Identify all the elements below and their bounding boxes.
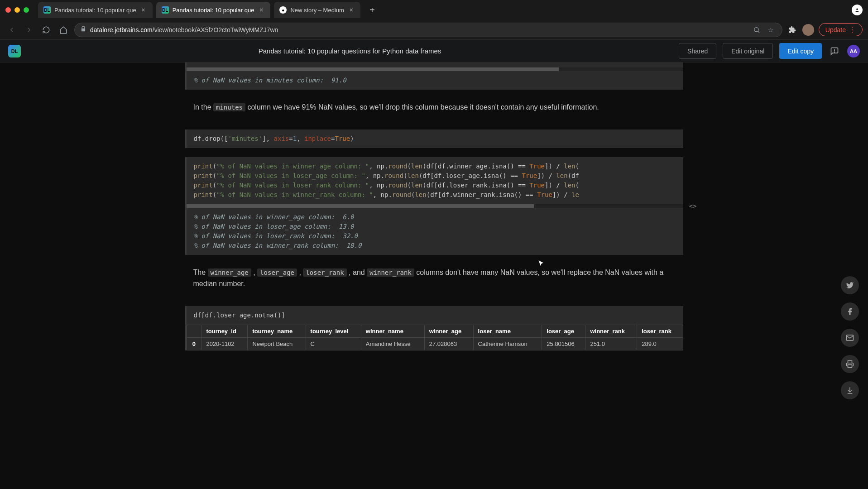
cell: 2020-1102 [201,337,248,350]
facebook-icon[interactable] [841,302,859,321]
column-header: loser_age [542,325,585,337]
notebook-title: Pandas tutorial: 10 popular questions fo… [27,47,672,55]
url-text: datalore.jetbrains.com/view/notebook/AX5… [90,26,748,34]
url-bar[interactable]: datalore.jetbrains.com/view/notebook/AX5… [74,23,782,37]
close-tab-icon[interactable]: × [348,6,355,14]
profile-avatar[interactable] [802,24,814,36]
search-icon[interactable] [751,24,762,35]
edit-copy-button[interactable]: Edit copy [779,43,822,59]
cell: Newport Beach [248,337,306,350]
tab-title: Pandas tutorial: 10 popular que [173,7,254,14]
output-block: % of NaN values in minutes column: 91.0 [187,71,683,90]
column-header: tourney_id [201,325,248,337]
cell-3: print("% of NaN values in winner_age col… [185,157,683,255]
column-header: tourney_level [306,325,361,337]
horizontal-scrollbar[interactable] [187,204,683,208]
browser-toolbar: datalore.jetbrains.com/view/notebook/AX5… [0,20,868,40]
datalore-icon: DL [43,6,51,14]
scrollbar-thumb[interactable] [187,204,534,208]
inline-code: loser_rank [303,268,346,277]
inline-code: loser_age [257,268,297,277]
lock-icon [80,26,86,34]
horizontal-scrollbar[interactable] [187,67,683,71]
maximize-window[interactable] [24,7,29,13]
text: , [251,268,257,276]
cell: 289.0 [637,337,683,350]
forward-button[interactable] [23,24,35,36]
insert-cell-icon[interactable]: <> [689,202,697,210]
tab-title: Pandas tutorial: 10 popular que [54,7,136,14]
close-tab-icon[interactable]: × [140,6,147,14]
cell-0: print("% of NaN values in minutes column… [185,62,683,90]
cell-5: df[df.loser_age.notna()] tourney_idtourn… [185,306,683,350]
datalore-icon: DL [162,6,169,14]
column-header: winner_age [424,325,473,337]
row-index: 0 [187,337,201,350]
share-sidebar [841,276,859,399]
medium-icon: ● [279,6,287,14]
column-header: loser_name [473,325,542,337]
cell: 25.801506 [542,337,585,350]
shared-button[interactable]: Shared [679,43,716,59]
text: , [297,268,303,276]
email-icon[interactable] [841,329,859,347]
menu-icon[interactable]: ⋮ [849,25,856,34]
cell-2: df.drop(['minutes'], axis=1, inplace=Tru… [185,129,683,148]
twitter-icon[interactable] [841,276,859,294]
dataframe-table: tourney_idtourney_nametourney_levelwinne… [187,325,683,350]
cell: Catherine Harrison [473,337,542,350]
output-block: % of NaN values in winner_age column: 6.… [187,208,683,255]
code-block[interactable]: print("% of NaN values in winner_age col… [187,157,683,204]
back-button[interactable] [5,24,18,36]
text: The [193,268,208,276]
notebook-scroll[interactable]: print("% of NaN values in minutes column… [0,62,868,489]
edit-original-button[interactable]: Edit original [723,43,773,59]
close-tab-icon[interactable]: × [258,6,265,14]
column-header: winner_name [361,325,424,337]
text: , and [347,268,367,276]
column-header: winner_rank [585,325,637,337]
datalore-logo[interactable]: DL [8,45,21,58]
markdown-cell: In the minutes column we have 91% NaN va… [185,99,683,116]
traffic-lights [5,7,29,13]
inline-code: winner_age [208,268,251,277]
code-block[interactable]: print("% of NaN values in minutes column… [187,62,683,67]
chrome-profile-button[interactable] [852,5,863,15]
scrollbar-thumb[interactable] [187,67,559,71]
text: column we have 91% NaN values, so we'll … [245,103,599,111]
notebook: print("% of NaN values in minutes column… [185,62,683,489]
code-block[interactable]: df.drop(['minutes'], axis=1, inplace=Tru… [187,129,683,148]
minimize-window[interactable] [14,7,20,13]
svg-point-0 [856,9,858,10]
svg-point-1 [754,27,758,31]
app-header: DL Pandas tutorial: 10 popular questions… [0,40,868,62]
cell: 27.028063 [424,337,473,350]
browser-tab-1[interactable]: DL Pandas tutorial: 10 popular que × [156,2,271,18]
text: In the [193,103,213,111]
cell: C [306,337,361,350]
close-window[interactable] [5,7,11,13]
svg-point-2 [834,52,835,52]
tab-title: New story – Medium [290,7,344,14]
code-block[interactable]: df[df.loser_age.notna()] [187,306,683,325]
cell: 251.0 [585,337,637,350]
update-label: Update [825,26,846,34]
new-tab-button[interactable]: + [366,4,379,16]
extensions-icon[interactable] [787,24,798,35]
window-titlebar: DL Pandas tutorial: 10 popular que × DL … [0,0,868,20]
feedback-icon[interactable] [828,45,841,58]
cell: Amandine Hesse [361,337,424,350]
home-button[interactable] [57,24,70,36]
update-button[interactable]: Update ⋮ [819,23,863,36]
reload-button[interactable] [40,24,53,36]
column-header: loser_rank [637,325,683,337]
markdown-cell: The winner_age , loser_age , loser_rank … [185,264,683,292]
column-header: tourney_name [248,325,306,337]
inline-code: minutes [213,103,245,111]
browser-tab-2[interactable]: ● New story – Medium × [274,2,360,18]
browser-tab-0[interactable]: DL Pandas tutorial: 10 popular que × [38,2,153,18]
download-icon[interactable] [841,381,859,399]
bookmark-icon[interactable]: ☆ [766,24,777,35]
print-icon[interactable] [841,355,859,373]
user-avatar[interactable]: AA [847,45,860,58]
